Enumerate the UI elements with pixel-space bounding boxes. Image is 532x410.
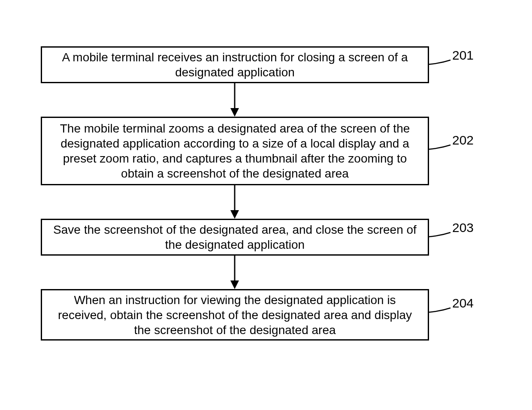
step-label-202: 202	[452, 133, 474, 148]
step-label-204: 204	[452, 296, 474, 311]
step-text: Save the screenshot of the designated ar…	[49, 222, 421, 252]
step-text: A mobile terminal receives an instructio…	[49, 50, 421, 80]
step-text: The mobile terminal zooms a designated a…	[49, 121, 421, 181]
step-box-202: The mobile terminal zooms a designated a…	[41, 117, 429, 185]
step-text: When an instruction for viewing the desi…	[49, 292, 421, 338]
flowchart: A mobile terminal receives an instructio…	[0, 0, 532, 410]
step-box-201: A mobile terminal receives an instructio…	[41, 46, 429, 83]
svg-marker-1	[230, 108, 239, 117]
svg-marker-3	[230, 210, 239, 219]
step-label-201: 201	[452, 48, 474, 63]
step-label-203: 203	[452, 220, 474, 235]
svg-marker-5	[230, 280, 239, 289]
step-box-204: When an instruction for viewing the desi…	[41, 289, 429, 341]
step-box-203: Save the screenshot of the designated ar…	[41, 219, 429, 256]
